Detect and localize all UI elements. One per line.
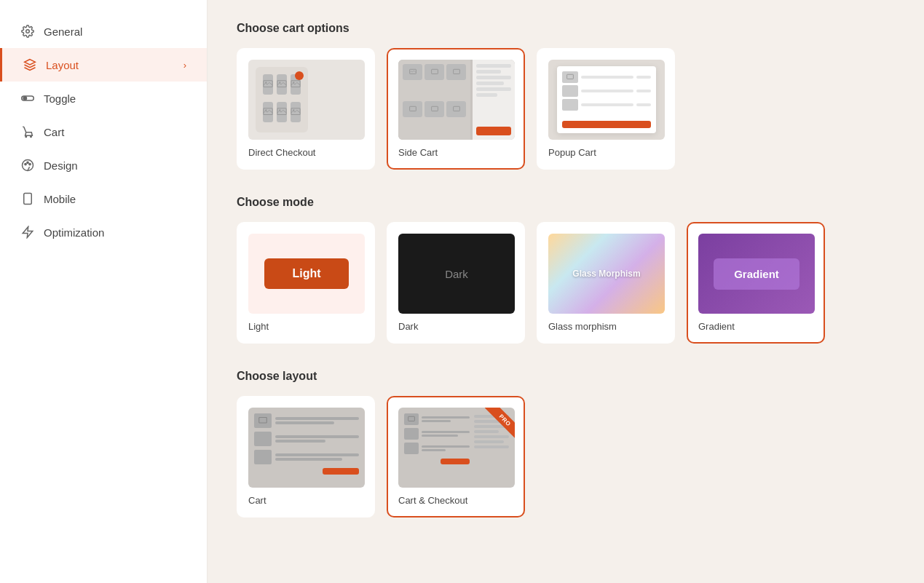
cart-layout-label: Cart (248, 495, 363, 506)
svg-rect-33 (567, 74, 574, 79)
img-placeholder (446, 64, 466, 80)
layout-title: Choose layout (237, 370, 895, 383)
cart-checkout-thumbnail: PRO (398, 408, 515, 488)
svg-point-9 (25, 163, 26, 164)
img-placeholder (263, 74, 273, 95)
mode-options-grid: Light Light Dark Dark Glass Morphism Gla… (237, 222, 895, 344)
svg-rect-35 (408, 416, 415, 421)
svg-marker-14 (23, 227, 33, 238)
palette-icon (20, 158, 35, 172)
sidebar-item-optimization[interactable]: Optimization (0, 215, 207, 249)
svg-point-24 (279, 109, 280, 111)
img-placeholder (291, 102, 301, 122)
light-thumbnail: Light (248, 234, 365, 314)
dark-label: Dark (398, 321, 513, 332)
side-cart-label: Side Cart (398, 147, 513, 158)
svg-rect-31 (431, 106, 438, 111)
svg-marker-1 (25, 60, 36, 66)
notification-badge (295, 71, 304, 80)
layout-option-cart-checkout[interactable]: PRO Cart & Checkout (387, 396, 525, 517)
svg-point-16 (265, 82, 266, 83)
layers-icon (23, 57, 37, 72)
gradient-label: Gradient (698, 321, 813, 332)
svg-point-26 (293, 109, 294, 111)
sidebar-item-toggle[interactable]: Toggle (0, 82, 207, 115)
chevron-right-icon: › (183, 60, 186, 71)
popup-cart-label: Popup Cart (548, 147, 663, 158)
img-placeholder (263, 102, 273, 122)
mode-section: Choose mode Light Light Dark Dark Glass … (237, 196, 895, 344)
svg-point-11 (29, 163, 31, 164)
svg-point-22 (265, 109, 266, 111)
svg-point-18 (279, 82, 280, 83)
cart-option-direct-checkout[interactable]: Direct Checkout (237, 48, 375, 170)
sidebar-item-label-toggle: Toggle (44, 92, 76, 105)
img-placeholder (403, 101, 422, 117)
mode-option-gradient[interactable]: Gradient Gradient (687, 222, 825, 344)
svg-point-6 (25, 136, 27, 138)
svg-point-7 (31, 136, 32, 138)
popup-cart-thumbnail (548, 60, 665, 140)
mode-option-light[interactable]: Light Light (237, 222, 375, 344)
cart-option-popup-cart[interactable]: Popup Cart (537, 48, 675, 170)
sidebar-item-label-layout: Layout (46, 59, 79, 71)
img-placeholder (446, 101, 466, 117)
light-label: Light (248, 321, 363, 332)
cart-option-side-cart[interactable]: Side Cart (387, 48, 525, 170)
gradient-thumbnail: Gradient (698, 234, 815, 314)
svg-rect-29 (453, 69, 459, 74)
gradient-btn-demo: Gradient (714, 258, 799, 290)
img-placeholder (425, 101, 444, 117)
cart-icon (20, 124, 35, 139)
sidebar-item-layout[interactable]: Layout › (0, 48, 207, 82)
cart-options-section: Choose cart options (237, 22, 895, 170)
svg-point-3 (23, 97, 27, 100)
mode-option-glass[interactable]: Glass Morphism Glass morphism (537, 222, 675, 344)
mobile-icon (20, 191, 35, 206)
sidebar-item-label-optimization: Optimization (44, 226, 104, 239)
sidebar-item-label-design: Design (44, 159, 78, 172)
layout-section: Choose layout (237, 370, 895, 517)
mode-title: Choose mode (237, 196, 895, 209)
img-placeholder (277, 74, 287, 95)
toggle-icon (20, 91, 35, 106)
layout-options-grid: Cart (237, 396, 895, 517)
svg-point-10 (27, 162, 28, 163)
direct-checkout-thumbnail (248, 60, 365, 140)
side-cart-thumbnail (398, 60, 515, 140)
sidebar-item-label-cart: Cart (44, 126, 64, 138)
img-placeholder (403, 64, 422, 80)
sidebar: General Layout › Toggle (0, 0, 208, 583)
cart-options-title: Choose cart options (237, 22, 895, 35)
svg-rect-30 (409, 106, 416, 111)
layout-option-cart[interactable]: Cart (237, 396, 375, 517)
svg-line-5 (24, 127, 26, 132)
svg-rect-32 (453, 106, 459, 111)
svg-rect-34 (259, 418, 267, 424)
svg-point-20 (293, 82, 294, 83)
cart-options-grid: Direct Checkout (237, 48, 895, 170)
dark-thumbnail: Dark (398, 234, 515, 314)
glass-label: Glass morphism (548, 321, 663, 332)
lightning-icon (20, 225, 35, 239)
sidebar-item-design[interactable]: Design (0, 148, 207, 182)
sidebar-item-label-general: General (44, 25, 82, 38)
sidebar-item-mobile[interactable]: Mobile (0, 182, 207, 215)
glass-thumbnail: Glass Morphism (548, 234, 665, 314)
sidebar-item-label-mobile: Mobile (44, 193, 76, 205)
mode-option-dark[interactable]: Dark Dark (387, 222, 525, 344)
cart-layout-thumbnail (248, 408, 365, 488)
img-placeholder (277, 102, 287, 122)
main-content: Choose cart options (208, 0, 924, 583)
svg-rect-28 (431, 69, 438, 74)
sidebar-item-general[interactable]: General (0, 15, 207, 48)
img-placeholder (425, 64, 444, 80)
gear-icon (20, 24, 35, 39)
svg-point-0 (26, 30, 30, 33)
direct-checkout-label: Direct Checkout (248, 147, 363, 158)
sidebar-item-cart[interactable]: Cart (0, 115, 207, 148)
cart-checkout-label: Cart & Checkout (398, 495, 513, 506)
light-btn-demo: Light (264, 258, 348, 289)
